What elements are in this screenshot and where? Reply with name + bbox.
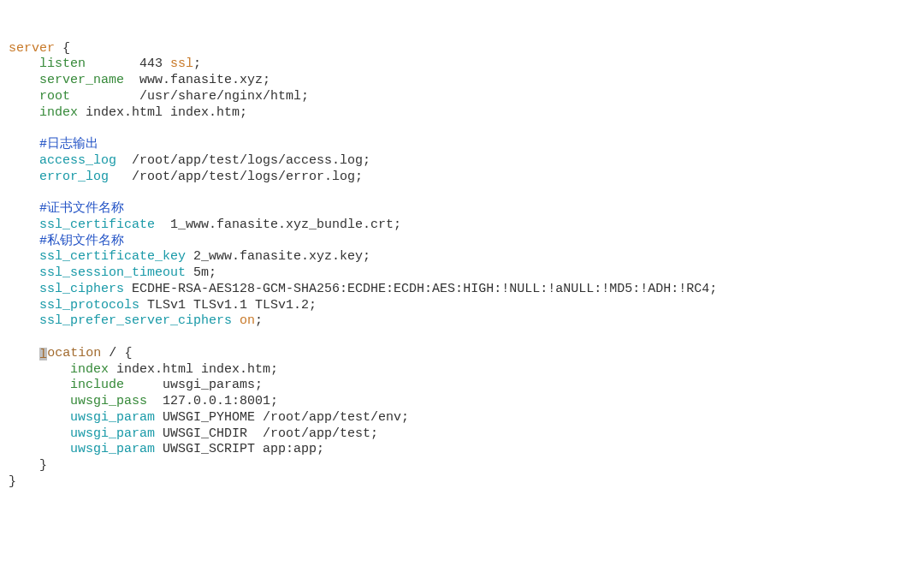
semi: ; (255, 378, 263, 392)
dir-listen: listen (39, 57, 86, 71)
val-error-log: /root/app/test/logs/error.log (132, 170, 355, 184)
brace-open: { (62, 41, 70, 56)
semi: ; (209, 265, 216, 280)
kw-on: on (240, 313, 255, 328)
dir-include: include (70, 378, 124, 392)
semi: ; (193, 57, 201, 71)
dir-root: root (39, 89, 70, 104)
semi: ; (240, 105, 247, 120)
dir-access-log: access_log (39, 153, 116, 168)
semi: ; (270, 362, 278, 377)
semi: ; (709, 282, 717, 296)
kw-server: server (9, 41, 55, 56)
kw-ssl: ssl (170, 57, 193, 71)
dir-index: index (39, 105, 78, 120)
dir-index-loc: index (70, 362, 109, 377)
semi: ; (401, 410, 409, 425)
semi: ; (309, 298, 317, 313)
dir-uwsgi-pass: uwsgi_pass (70, 394, 147, 408)
val-ssl-cert-key: 2_www.fanasite.xyz.key (193, 249, 363, 264)
val-index-loc: index.html index.htm (116, 362, 270, 377)
semi: ; (363, 249, 370, 264)
dir-uwsgi-param1: uwsgi_param (70, 410, 155, 425)
brace-close: } (9, 474, 16, 489)
semi: ; (317, 442, 324, 456)
semi: ; (301, 89, 309, 104)
semi: ; (394, 217, 401, 232)
val-index: index.html index.htm (86, 105, 240, 120)
val-ssl-protocols: TLSv1 TLSv1.1 TLSv1.2 (147, 298, 309, 313)
code-block: server { listen 443 ssl; server_name www… (9, 41, 915, 491)
val-root: /usr/share/nginx/html (139, 89, 301, 104)
val-uwsgi-script: UWSGI_SCRIPT app:app (163, 442, 317, 456)
comment-key: #私钥文件名称 (39, 234, 124, 248)
kw-location: ocation (47, 346, 101, 360)
semi: ; (255, 313, 263, 328)
dir-uwsgi-param3: uwsgi_param (70, 442, 155, 456)
semi: ; (270, 394, 278, 408)
cursor-block: l (39, 348, 47, 360)
semi: ; (263, 73, 270, 87)
val-ssl-ciphers: ECDHE-RSA-AES128-GCM-SHA256:ECDHE:ECDH:A… (132, 282, 709, 296)
val-uwsgi-chdir: UWSGI_CHDIR /root/app/test (163, 426, 370, 441)
val-ssl-session-timeout: 5m (193, 265, 209, 280)
dir-error-log: error_log (39, 170, 109, 184)
val-listen: 443 (139, 57, 163, 71)
val-include: uwsgi_params (163, 378, 255, 392)
dir-server-name: server_name (39, 73, 124, 87)
comment-cert: #证书文件名称 (39, 201, 124, 216)
dir-uwsgi-param2: uwsgi_param (70, 426, 155, 441)
val-access-log: /root/app/test/logs/access.log (132, 153, 363, 168)
brace-close: } (39, 458, 47, 473)
dir-ssl-cert-key: ssl_certificate_key (39, 249, 186, 264)
val-ssl-cert: 1_www.fanasite.xyz_bundle.crt (170, 217, 394, 232)
brace-open: { (124, 346, 132, 360)
comment-log: #日志输出 (39, 137, 98, 152)
dir-ssl-prefer-server-ciphers: ssl_prefer_server_ciphers (39, 313, 232, 328)
dir-ssl-cert: ssl_certificate (39, 217, 155, 232)
val-uwsgi-pass: 127.0.0.1:8001 (163, 394, 270, 408)
val-server-name: www.fanasite.xyz (139, 73, 263, 87)
semi: ; (370, 426, 378, 441)
slash: / (109, 346, 116, 360)
semi: ; (363, 153, 370, 168)
dir-ssl-session-timeout: ssl_session_timeout (39, 265, 186, 280)
semi: ; (355, 170, 363, 184)
val-uwsgi-pyhome: UWSGI_PYHOME /root/app/test/env (163, 410, 401, 425)
dir-ssl-protocols: ssl_protocols (39, 298, 139, 313)
dir-ssl-ciphers: ssl_ciphers (39, 282, 124, 296)
